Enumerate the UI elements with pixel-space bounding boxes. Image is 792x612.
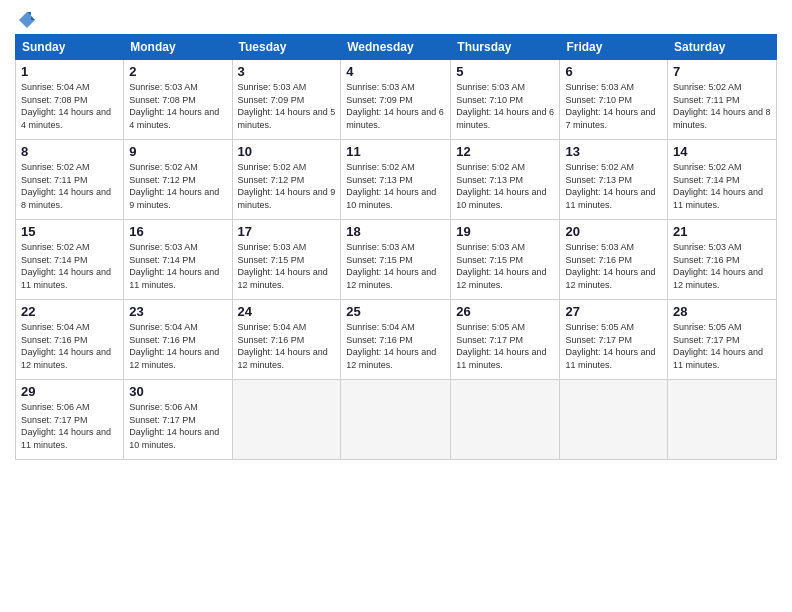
day-cell: 19 Sunrise: 5:03 AMSunset: 7:15 PMDaylig… bbox=[451, 220, 560, 300]
day-number: 29 bbox=[21, 384, 118, 399]
day-cell: 16 Sunrise: 5:03 AMSunset: 7:14 PMDaylig… bbox=[124, 220, 232, 300]
day-number: 27 bbox=[565, 304, 662, 319]
day-cell: 3 Sunrise: 5:03 AMSunset: 7:09 PMDayligh… bbox=[232, 60, 341, 140]
day-cell: 21 Sunrise: 5:03 AMSunset: 7:16 PMDaylig… bbox=[668, 220, 777, 300]
day-number: 21 bbox=[673, 224, 771, 239]
day-info: Sunrise: 5:06 AMSunset: 7:17 PMDaylight:… bbox=[21, 401, 118, 451]
day-info: Sunrise: 5:03 AMSunset: 7:16 PMDaylight:… bbox=[673, 241, 771, 291]
day-cell bbox=[341, 380, 451, 460]
day-number: 6 bbox=[565, 64, 662, 79]
day-number: 13 bbox=[565, 144, 662, 159]
day-cell bbox=[451, 380, 560, 460]
day-cell: 20 Sunrise: 5:03 AMSunset: 7:16 PMDaylig… bbox=[560, 220, 668, 300]
day-cell: 23 Sunrise: 5:04 AMSunset: 7:16 PMDaylig… bbox=[124, 300, 232, 380]
day-cell: 17 Sunrise: 5:03 AMSunset: 7:15 PMDaylig… bbox=[232, 220, 341, 300]
day-info: Sunrise: 5:02 AMSunset: 7:13 PMDaylight:… bbox=[456, 161, 554, 211]
day-number: 5 bbox=[456, 64, 554, 79]
day-cell bbox=[560, 380, 668, 460]
day-info: Sunrise: 5:03 AMSunset: 7:16 PMDaylight:… bbox=[565, 241, 662, 291]
day-info: Sunrise: 5:03 AMSunset: 7:14 PMDaylight:… bbox=[129, 241, 226, 291]
day-info: Sunrise: 5:03 AMSunset: 7:10 PMDaylight:… bbox=[456, 81, 554, 131]
day-number: 7 bbox=[673, 64, 771, 79]
calendar-table: SundayMondayTuesdayWednesdayThursdayFrid… bbox=[15, 34, 777, 460]
day-info: Sunrise: 5:03 AMSunset: 7:10 PMDaylight:… bbox=[565, 81, 662, 131]
week-row-1: 8 Sunrise: 5:02 AMSunset: 7:11 PMDayligh… bbox=[16, 140, 777, 220]
header-thursday: Thursday bbox=[451, 35, 560, 60]
week-row-0: 1 Sunrise: 5:04 AMSunset: 7:08 PMDayligh… bbox=[16, 60, 777, 140]
calendar-header-row: SundayMondayTuesdayWednesdayThursdayFrid… bbox=[16, 35, 777, 60]
day-info: Sunrise: 5:02 AMSunset: 7:11 PMDaylight:… bbox=[21, 161, 118, 211]
day-cell: 9 Sunrise: 5:02 AMSunset: 7:12 PMDayligh… bbox=[124, 140, 232, 220]
header-wednesday: Wednesday bbox=[341, 35, 451, 60]
day-cell: 30 Sunrise: 5:06 AMSunset: 7:17 PMDaylig… bbox=[124, 380, 232, 460]
day-number: 22 bbox=[21, 304, 118, 319]
day-number: 28 bbox=[673, 304, 771, 319]
day-cell bbox=[232, 380, 341, 460]
week-row-3: 22 Sunrise: 5:04 AMSunset: 7:16 PMDaylig… bbox=[16, 300, 777, 380]
day-info: Sunrise: 5:06 AMSunset: 7:17 PMDaylight:… bbox=[129, 401, 226, 451]
header-friday: Friday bbox=[560, 35, 668, 60]
day-info: Sunrise: 5:02 AMSunset: 7:14 PMDaylight:… bbox=[673, 161, 771, 211]
day-info: Sunrise: 5:02 AMSunset: 7:12 PMDaylight:… bbox=[129, 161, 226, 211]
day-number: 18 bbox=[346, 224, 445, 239]
day-number: 25 bbox=[346, 304, 445, 319]
header-sunday: Sunday bbox=[16, 35, 124, 60]
day-info: Sunrise: 5:04 AMSunset: 7:08 PMDaylight:… bbox=[21, 81, 118, 131]
day-info: Sunrise: 5:05 AMSunset: 7:17 PMDaylight:… bbox=[673, 321, 771, 371]
day-cell: 22 Sunrise: 5:04 AMSunset: 7:16 PMDaylig… bbox=[16, 300, 124, 380]
week-row-4: 29 Sunrise: 5:06 AMSunset: 7:17 PMDaylig… bbox=[16, 380, 777, 460]
day-number: 14 bbox=[673, 144, 771, 159]
day-cell: 4 Sunrise: 5:03 AMSunset: 7:09 PMDayligh… bbox=[341, 60, 451, 140]
logo-icon bbox=[17, 10, 37, 30]
day-info: Sunrise: 5:03 AMSunset: 7:15 PMDaylight:… bbox=[456, 241, 554, 291]
day-number: 3 bbox=[238, 64, 336, 79]
day-number: 16 bbox=[129, 224, 226, 239]
day-cell: 12 Sunrise: 5:02 AMSunset: 7:13 PMDaylig… bbox=[451, 140, 560, 220]
day-info: Sunrise: 5:03 AMSunset: 7:09 PMDaylight:… bbox=[346, 81, 445, 131]
header-tuesday: Tuesday bbox=[232, 35, 341, 60]
day-cell: 29 Sunrise: 5:06 AMSunset: 7:17 PMDaylig… bbox=[16, 380, 124, 460]
day-cell: 11 Sunrise: 5:02 AMSunset: 7:13 PMDaylig… bbox=[341, 140, 451, 220]
header-monday: Monday bbox=[124, 35, 232, 60]
day-number: 2 bbox=[129, 64, 226, 79]
day-cell: 2 Sunrise: 5:03 AMSunset: 7:08 PMDayligh… bbox=[124, 60, 232, 140]
day-info: Sunrise: 5:02 AMSunset: 7:14 PMDaylight:… bbox=[21, 241, 118, 291]
day-cell: 1 Sunrise: 5:04 AMSunset: 7:08 PMDayligh… bbox=[16, 60, 124, 140]
day-info: Sunrise: 5:05 AMSunset: 7:17 PMDaylight:… bbox=[456, 321, 554, 371]
day-number: 26 bbox=[456, 304, 554, 319]
day-info: Sunrise: 5:04 AMSunset: 7:16 PMDaylight:… bbox=[238, 321, 336, 371]
logo bbox=[15, 10, 37, 26]
day-info: Sunrise: 5:03 AMSunset: 7:09 PMDaylight:… bbox=[238, 81, 336, 131]
week-row-2: 15 Sunrise: 5:02 AMSunset: 7:14 PMDaylig… bbox=[16, 220, 777, 300]
day-number: 8 bbox=[21, 144, 118, 159]
day-number: 1 bbox=[21, 64, 118, 79]
day-cell: 6 Sunrise: 5:03 AMSunset: 7:10 PMDayligh… bbox=[560, 60, 668, 140]
day-info: Sunrise: 5:04 AMSunset: 7:16 PMDaylight:… bbox=[129, 321, 226, 371]
day-number: 12 bbox=[456, 144, 554, 159]
day-number: 19 bbox=[456, 224, 554, 239]
day-cell: 18 Sunrise: 5:03 AMSunset: 7:15 PMDaylig… bbox=[341, 220, 451, 300]
day-info: Sunrise: 5:05 AMSunset: 7:17 PMDaylight:… bbox=[565, 321, 662, 371]
day-number: 15 bbox=[21, 224, 118, 239]
day-info: Sunrise: 5:02 AMSunset: 7:13 PMDaylight:… bbox=[565, 161, 662, 211]
day-cell bbox=[668, 380, 777, 460]
day-info: Sunrise: 5:04 AMSunset: 7:16 PMDaylight:… bbox=[346, 321, 445, 371]
day-number: 17 bbox=[238, 224, 336, 239]
day-cell: 25 Sunrise: 5:04 AMSunset: 7:16 PMDaylig… bbox=[341, 300, 451, 380]
day-number: 30 bbox=[129, 384, 226, 399]
day-cell: 27 Sunrise: 5:05 AMSunset: 7:17 PMDaylig… bbox=[560, 300, 668, 380]
day-info: Sunrise: 5:02 AMSunset: 7:12 PMDaylight:… bbox=[238, 161, 336, 211]
day-cell: 15 Sunrise: 5:02 AMSunset: 7:14 PMDaylig… bbox=[16, 220, 124, 300]
day-cell: 28 Sunrise: 5:05 AMSunset: 7:17 PMDaylig… bbox=[668, 300, 777, 380]
day-cell: 24 Sunrise: 5:04 AMSunset: 7:16 PMDaylig… bbox=[232, 300, 341, 380]
day-number: 9 bbox=[129, 144, 226, 159]
day-info: Sunrise: 5:02 AMSunset: 7:11 PMDaylight:… bbox=[673, 81, 771, 131]
day-info: Sunrise: 5:04 AMSunset: 7:16 PMDaylight:… bbox=[21, 321, 118, 371]
day-cell: 7 Sunrise: 5:02 AMSunset: 7:11 PMDayligh… bbox=[668, 60, 777, 140]
day-cell: 10 Sunrise: 5:02 AMSunset: 7:12 PMDaylig… bbox=[232, 140, 341, 220]
day-number: 4 bbox=[346, 64, 445, 79]
day-cell: 14 Sunrise: 5:02 AMSunset: 7:14 PMDaylig… bbox=[668, 140, 777, 220]
day-info: Sunrise: 5:03 AMSunset: 7:08 PMDaylight:… bbox=[129, 81, 226, 131]
day-number: 23 bbox=[129, 304, 226, 319]
day-cell: 13 Sunrise: 5:02 AMSunset: 7:13 PMDaylig… bbox=[560, 140, 668, 220]
